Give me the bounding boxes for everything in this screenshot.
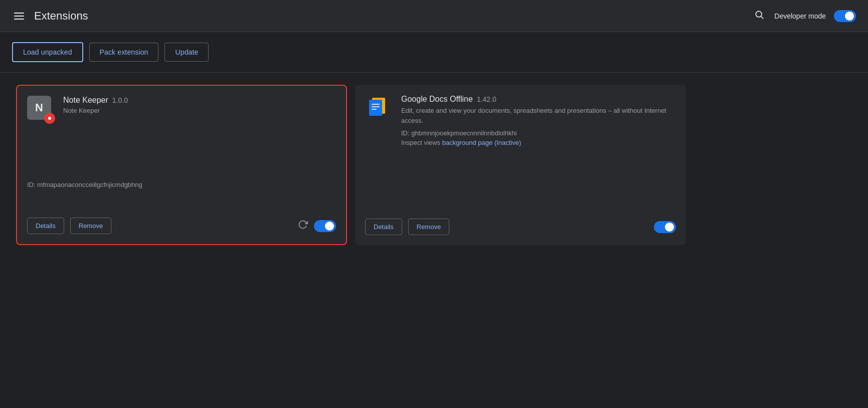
card-controls-google-docs — [654, 221, 676, 233]
card-top-note-keeper: N Note Keeper 1.0.0 Note Keeper — [27, 96, 336, 124]
load-unpacked-button[interactable]: Load unpacked — [12, 42, 83, 62]
developer-toolbar: Load unpacked Pack extension Update — [0, 32, 868, 73]
remove-button-note-keeper[interactable]: Remove — [70, 218, 111, 234]
google-docs-icon — [365, 95, 389, 119]
extension-card-google-docs: Google Docs Offline 1.42.0 Edit, create … — [355, 85, 686, 245]
developer-mode-label: Developer mode — [774, 12, 826, 20]
extension-info-note-keeper: Note Keeper 1.0.0 Note Keeper — [63, 96, 336, 114]
extension-subtitle-note-keeper: Note Keeper — [63, 107, 336, 114]
inspect-link-google-docs[interactable]: background page (Inactive) — [442, 139, 522, 146]
pack-extension-button[interactable]: Pack extension — [89, 43, 159, 62]
page-title: Extensions — [34, 10, 88, 23]
svg-point-0 — [756, 11, 762, 17]
details-button-google-docs[interactable]: Details — [365, 219, 402, 235]
extension-name-row-note-keeper: Note Keeper 1.0.0 — [63, 96, 336, 105]
extension-version-note-keeper: 1.0.0 — [112, 96, 128, 104]
card-bottom-google-docs: Details Remove — [365, 219, 676, 235]
menu-icon[interactable] — [12, 11, 26, 22]
extensions-list: N Note Keeper 1.0.0 Note Keeper ID: mfma… — [0, 73, 868, 257]
extension-name-row-google-docs: Google Docs Offline 1.42.0 — [401, 95, 676, 104]
extension-info-google-docs: Google Docs Offline 1.42.0 Edit, create … — [401, 95, 676, 146]
svg-rect-7 — [372, 109, 377, 110]
card-bottom-note-keeper: Details Remove — [27, 218, 336, 234]
extension-description-google-docs: Edit, create and view your documents, sp… — [401, 106, 676, 125]
extension-card-note-keeper: N Note Keeper 1.0.0 Note Keeper ID: mfma… — [16, 85, 347, 245]
update-button[interactable]: Update — [164, 43, 209, 62]
extension-icon-wrapper-note-keeper: N — [27, 96, 55, 124]
enable-toggle-google-docs[interactable] — [654, 221, 676, 233]
remove-button-google-docs[interactable]: Remove — [408, 219, 449, 235]
extension-version-google-docs: 1.42.0 — [477, 95, 496, 103]
extension-id-note-keeper: ID: mfmapaonaconcceiilgcfnjicmdgbhng — [27, 151, 336, 188]
extension-badge-note-keeper — [44, 113, 55, 124]
extension-name-google-docs: Google Docs Offline — [401, 95, 473, 104]
header-left: Extensions — [12, 10, 88, 23]
svg-rect-5 — [372, 104, 380, 105]
details-button-note-keeper[interactable]: Details — [27, 218, 64, 234]
inspect-line-google-docs: Inspect views background page (Inactive) — [401, 139, 676, 146]
developer-mode-toggle[interactable] — [834, 10, 856, 22]
header-right: Developer mode — [752, 8, 856, 24]
search-icon[interactable] — [752, 8, 766, 24]
app-header: Extensions Developer mode — [0, 0, 868, 32]
reload-icon-note-keeper[interactable] — [298, 220, 308, 232]
extension-id-google-docs: ID: ghbmnnjooekpmoecnnnilnnbdlolhkhi — [401, 129, 676, 137]
svg-rect-4 — [369, 100, 382, 116]
extension-name-note-keeper: Note Keeper — [63, 96, 108, 105]
card-top-google-docs: Google Docs Offline 1.42.0 Edit, create … — [365, 95, 676, 146]
enable-toggle-note-keeper[interactable] — [314, 220, 336, 232]
svg-line-1 — [761, 17, 764, 19]
svg-point-2 — [48, 117, 51, 120]
card-controls-note-keeper — [298, 220, 336, 232]
svg-rect-6 — [372, 106, 380, 107]
extension-icon-wrapper-google-docs — [365, 95, 393, 123]
